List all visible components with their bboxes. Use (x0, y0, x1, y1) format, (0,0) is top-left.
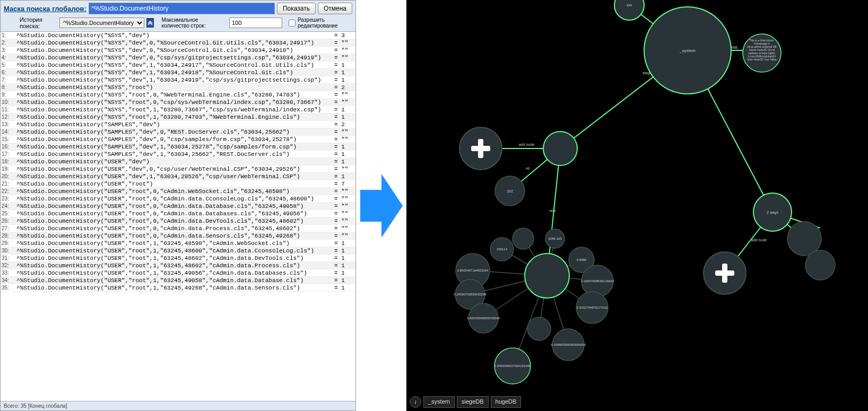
table-row[interactable]: 11:^%Studio.DocumentHistory("%SYS","root… (1, 106, 355, 113)
svg-text:0.5886: 0.5886 (577, 258, 587, 261)
svg-text:0.24390702833435285: 0.24390702833435285 (454, 293, 487, 296)
table-footer: Всего: 35 [Конец глобала] (1, 401, 355, 410)
table-row[interactable]: 10:^%Studio.DocumentHistory("%SYS","root… (1, 99, 355, 106)
table-row[interactable]: 15:^%Studio.DocumentHistory("SAMPLES","d… (1, 136, 355, 143)
table-row[interactable]: 35:^%Studio.DocumentHistory("USER","root… (1, 284, 355, 292)
table-row[interactable]: 8:^%Studio.DocumentHistory("%SYS","root"… (1, 84, 355, 91)
system-button[interactable]: _system (423, 396, 455, 408)
edge-label: add node (519, 143, 534, 146)
table-row[interactable]: 13:^%Studio.DocumentHistory("SAMPLES","d… (1, 121, 355, 128)
table-row[interactable]: 3:^%Studio.DocumentHistory("%SYS","dev",… (1, 47, 355, 54)
table-row[interactable]: 5:^%Studio.DocumentHistory("%SYS","dev",… (1, 62, 355, 69)
table-row[interactable]: 22:^%Studio.DocumentHistory("USER","root… (1, 188, 355, 195)
siegedb-button[interactable]: siegeDB (457, 396, 489, 408)
table-row[interactable]: 4:^%Studio.DocumentHistory("%SYS","dev",… (1, 54, 355, 62)
globals-list-panel: Маска поиска глобалов: Показать Отмена И… (0, 0, 356, 411)
svg-point-33 (513, 228, 534, 249)
cancel-button[interactable]: Отмена (318, 3, 352, 14)
table-row[interactable]: 31:^%Studio.DocumentHistory("USER","root… (1, 255, 355, 262)
graph-node-system[interactable]: _system (679, 48, 696, 53)
history-up-button[interactable] (146, 18, 154, 28)
search-mask-input[interactable] (89, 3, 275, 14)
svg-text:0.16097968532116624: 0.16097968532116624 (581, 279, 614, 283)
table-row[interactable]: 7:^%Studio.DocumentHistory("%SYS","dev",… (1, 76, 355, 84)
svg-text:0.5932704876177013: 0.5932704876177013 (577, 306, 608, 309)
svg-text:6186 163: 6186 163 (548, 237, 562, 240)
history-label: История поиска: (20, 16, 55, 29)
svg-text:0.8025407164823264: 0.8025407164823264 (457, 269, 489, 272)
svg-rect-26 (478, 139, 483, 158)
table-row[interactable]: 24:^%Studio.DocumentHistory("USER","root… (1, 203, 355, 210)
svg-point-41 (527, 317, 551, 340)
graph-node-siege[interactable] (543, 132, 577, 165)
graph-node-leaf2[interactable] (805, 250, 835, 280)
search-mask-label: Маска поиска глобалов: (4, 5, 86, 13)
table-row[interactable]: 16:^%Studio.DocumentHistory("SAMPLES","d… (1, 143, 355, 151)
table-row[interactable]: 29:^%Studio.DocumentHistory("USER","root… (1, 240, 355, 247)
table-row[interactable]: 12:^%Studio.DocumentHistory("%SYS","root… (1, 113, 355, 121)
table-row[interactable]: 6:^%Studio.DocumentHistory("%SYS","dev",… (1, 69, 355, 76)
allow-edit-label: Разрешить редактирование (298, 17, 352, 29)
max-rows-input[interactable] (229, 18, 282, 28)
table-row[interactable]: 2:^%Studio.DocumentHistory("%SYS","dev",… (1, 39, 355, 47)
table-row[interactable]: 20:^%Studio.DocumentHistory("USER","dev"… (1, 173, 355, 180)
table-row[interactable]: 23:^%Studio.DocumentHistory("USER","root… (1, 195, 355, 203)
table-row[interactable]: 32:^%Studio.DocumentHistory("USER","root… (1, 262, 355, 269)
table-row[interactable]: 19:^%Studio.DocumentHistory("USER","dev"… (1, 165, 355, 173)
table-row[interactable]: 17:^%Studio.DocumentHistory("SAMPLES","d… (1, 151, 355, 158)
edge-label: add node (751, 238, 767, 242)
table-row[interactable]: 26:^%Studio.DocumentHistory("USER","root… (1, 217, 355, 225)
info-button[interactable]: i (410, 396, 421, 408)
table-row[interactable]: 9:^%Studio.DocumentHistory("%SYS","root"… (1, 91, 355, 99)
table-row[interactable]: 1:^%Studio.DocumentHistory("%SYS","dev")… (1, 32, 355, 39)
table-row[interactable]: 14:^%Studio.DocumentHistory("SAMPLES","d… (1, 128, 355, 136)
max-rows-label: Максимальное количество строк: (161, 17, 227, 29)
edge-label: nil (526, 167, 530, 170)
graph-node-readme[interactable]: This is a Glob Admin. Homepage is zitros… (746, 39, 778, 61)
globals-table[interactable]: 1:^%Studio.DocumentHistory("%SYS","dev")… (1, 32, 355, 401)
table-row[interactable]: 25:^%Studio.DocumentHistory("USER","root… (1, 210, 355, 217)
graph-node-162[interactable]: 162 (507, 189, 513, 193)
table-row[interactable]: 28:^%Studio.DocumentHistory("USER","root… (1, 232, 355, 240)
graph-node-2ways[interactable]: 2 ways (767, 211, 778, 215)
edge-label: test (550, 209, 555, 213)
arrow-icon (356, 0, 406, 411)
graph-node-xxx[interactable]: xxx (627, 3, 632, 7)
hugedb-button[interactable]: hugeDB (491, 396, 522, 408)
table-row[interactable]: 30:^%Studio.DocumentHistory("USER","root… (1, 247, 355, 255)
graph-panel[interactable]: xxx README siegeDB add node nil test add… (406, 0, 868, 411)
table-row[interactable]: 33:^%Studio.DocumentHistory("USER","root… (1, 269, 355, 277)
svg-text:0.0063096527960151545: 0.0063096527960151545 (494, 364, 531, 368)
table-row[interactable]: 21:^%Studio.DocumentHistory("USER","root… (1, 180, 355, 188)
svg-text:0.108893566095696654: 0.108893566095696654 (551, 343, 586, 346)
allow-edit-checkbox[interactable] (289, 20, 296, 27)
table-row[interactable]: 18:^%Studio.DocumentHistory("USER","dev"… (1, 158, 355, 165)
graph-node-cluster[interactable] (525, 253, 569, 298)
show-button[interactable]: Показать (277, 3, 316, 14)
svg-rect-30 (722, 264, 727, 283)
table-row[interactable]: 34:^%Studio.DocumentHistory("USER","root… (1, 277, 355, 284)
search-bar: Маска поиска глобалов: Показать Отмена И… (1, 1, 355, 32)
svg-text:0.84205099055543534: 0.84205099055543534 (467, 317, 500, 320)
table-row[interactable]: 27:^%Studio.DocumentHistory("USER","root… (1, 225, 355, 232)
svg-text:158114: 158114 (497, 248, 508, 251)
graph-toolbar: i _system siegeDB hugeDB (410, 396, 521, 408)
history-select[interactable]: ^%Studio.DocumentHistory (59, 18, 144, 28)
